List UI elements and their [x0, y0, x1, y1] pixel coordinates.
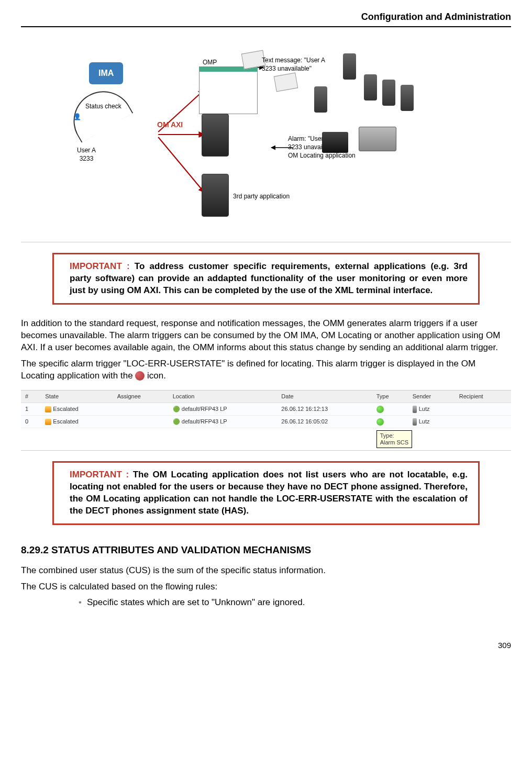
status-check-label: Status check [85, 102, 121, 110]
ima-node: IMA [89, 62, 123, 84]
type-tooltip: Type: Alarm SCS [376, 430, 412, 448]
server-icon-2 [202, 174, 229, 217]
paragraph-1: In addition to the standard request, res… [21, 318, 511, 354]
bullet-list: Specific states which are set to "Unknow… [79, 597, 511, 609]
col-type: Type [372, 390, 408, 403]
om-axi-label: OM AXI [157, 120, 183, 130]
col-state: State [41, 390, 113, 403]
col-num: # [21, 390, 41, 403]
important-label: IMPORTANT : [70, 261, 135, 271]
escalated-icon [45, 419, 51, 425]
status-check-arc [63, 81, 134, 143]
omp-window-icon [199, 66, 258, 114]
col-sender: Sender [408, 390, 455, 403]
col-date: Date [277, 390, 372, 403]
omp-label: OMP [203, 58, 217, 66]
important-label: IMPORTANT : [70, 470, 133, 479]
col-assignee: Assignee [113, 390, 169, 403]
type-icon [376, 418, 384, 426]
table-row: 0 Escalated 🟢 default/RFP43 LP 26.06.12 … [21, 415, 511, 428]
alarm-error-icon [135, 371, 145, 381]
diagram-container: IMA Status check 👤 User A 3233 OM AXI OM… [21, 38, 511, 242]
escalated-icon [45, 406, 51, 412]
section-heading: 8.29.2 STATUS ATTRIBUTES AND VALIDATION … [21, 543, 511, 557]
phone-icon [401, 85, 414, 111]
locating-table-screenshot: # State Assignee Location Date Type Send… [21, 390, 511, 451]
phone-icon [314, 86, 327, 113]
user-a-label: User A 3233 [77, 146, 96, 163]
user-a-icon: 👤 [73, 114, 81, 120]
phone-icon [343, 53, 356, 80]
sender-icon [413, 418, 417, 426]
paragraph-4: The CUS is calculated based on the flowi… [21, 581, 511, 593]
sender-icon [413, 406, 417, 413]
text-message-label: Text message: "User A 3233 unavailable" [262, 56, 325, 73]
important-box-1: IMPORTANT : To address customer specific… [52, 253, 480, 305]
phone-icon [364, 74, 377, 101]
table-row: 1 Escalated 🟢 default/RFP43 LP 26.06.12 … [21, 403, 511, 415]
third-party-label: 3rd party application [233, 192, 290, 200]
col-location: Location [169, 390, 278, 403]
laptop-icon [359, 127, 396, 151]
envelope-icon-2 [274, 73, 298, 92]
deskphone-icon [322, 132, 348, 153]
svg-line-2 [158, 137, 204, 192]
col-recipient: Recipient [455, 390, 511, 403]
diagram: IMA Status check 👤 User A 3233 OM AXI OM… [24, 46, 508, 234]
list-item: Specific states which are set to "Unknow… [79, 597, 511, 609]
paragraph-3: The combined user status (CUS) is the su… [21, 565, 511, 577]
server-icon-1 [202, 114, 229, 157]
paragraph-2: The specific alarm trigger "LOC-ERR-USER… [21, 358, 511, 382]
page-number: 309 [21, 640, 511, 651]
page-header: Configuration and Administration [21, 10, 511, 27]
phone-icon [382, 80, 395, 106]
important-box-2: IMPORTANT : The OM Locating application … [52, 461, 480, 525]
type-icon [376, 406, 384, 413]
